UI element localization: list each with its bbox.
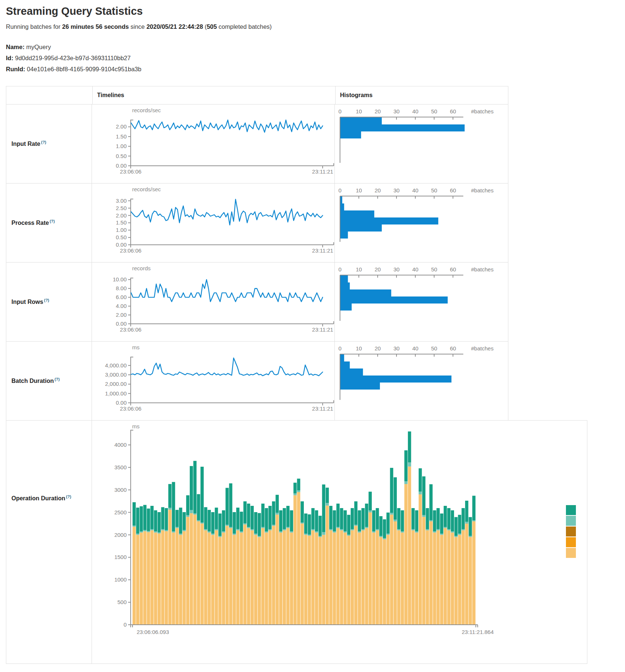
svg-text:10: 10 <box>356 345 362 352</box>
svg-text:0: 0 <box>339 345 341 352</box>
input-rate-help-icon[interactable]: (?) <box>41 140 46 144</box>
svg-text:60: 60 <box>450 345 456 352</box>
svg-text:10: 10 <box>356 187 362 193</box>
input-rows-help-icon[interactable]: (?) <box>44 298 49 302</box>
svg-text:60: 60 <box>450 187 456 193</box>
process-rate-help-icon[interactable]: (?) <box>49 219 55 223</box>
svg-text:30: 30 <box>394 187 400 193</box>
summary-prefix: Running batches for <box>6 23 62 30</box>
svg-text:#batches: #batches <box>471 187 494 193</box>
svg-text:40: 40 <box>412 266 419 272</box>
svg-text:0: 0 <box>339 108 341 114</box>
process-rate-label: Process Rate(?) <box>11 219 55 226</box>
svg-text:23:11:21: 23:11:21 <box>312 405 333 412</box>
operation-duration-label-text: Operation Duration <box>11 495 65 501</box>
input-rows-histogram-cell: 0102030405060#batches <box>335 263 508 341</box>
query-meta: Name: myQuery Id: 9d0dd219-995d-423e-b97… <box>6 41 619 75</box>
svg-text:20: 20 <box>375 266 381 272</box>
svg-text:1.50: 1.50 <box>116 133 127 140</box>
table-row-input-rate: Input Rate(?) records/sec2.001.501.000.5… <box>6 104 508 184</box>
svg-text:20: 20 <box>375 108 381 114</box>
svg-text:40: 40 <box>412 108 419 114</box>
svg-text:0.00: 0.00 <box>116 241 127 248</box>
svg-text:23:06:06: 23:06:06 <box>120 405 141 412</box>
svg-text:23:06:06: 23:06:06 <box>120 326 141 333</box>
svg-text:23:11:21: 23:11:21 <box>312 168 333 175</box>
svg-text:0: 0 <box>124 621 127 628</box>
batch-duration-label: Batch Duration(?) <box>11 377 60 384</box>
svg-text:1.50: 1.50 <box>116 219 127 226</box>
operation-duration-stacked-chart: ms4000350030002500200015001000500023:06:… <box>92 421 587 664</box>
svg-text:30: 30 <box>394 108 400 114</box>
header-metric-cell <box>6 86 93 104</box>
table-row-input-rows: Input Rows(?) records10.008.006.004.002.… <box>6 262 508 342</box>
query-runid-line: RunId: 04e101e6-8bf8-4165-9099-9104c951b… <box>6 64 619 75</box>
query-name-line: Name: myQuery <box>6 41 619 52</box>
svg-text:records/sec: records/sec <box>132 107 161 113</box>
statistics-table: Timelines Histograms Input Rate(?) recor… <box>6 86 619 664</box>
svg-text:3000: 3000 <box>114 487 127 493</box>
svg-text:0.00: 0.00 <box>116 400 127 406</box>
svg-text:2.00: 2.00 <box>116 123 127 130</box>
svg-text:8.00: 8.00 <box>116 285 127 291</box>
svg-text:10: 10 <box>356 108 362 114</box>
svg-text:1500: 1500 <box>114 554 127 560</box>
svg-text:records/sec: records/sec <box>132 186 161 192</box>
query-runid-value: 04e101e6-8bf8-4165-9099-9104c951ba3b <box>27 66 141 72</box>
process-rate-label-text: Process Rate <box>11 220 49 226</box>
row-label-cell: Input Rows(?) <box>6 263 92 341</box>
batch-duration-timeline-cell: ms4,000.003,000.002,000.001,000.000.0023… <box>92 342 335 420</box>
summary-open: ( <box>203 23 207 30</box>
row-label-cell: Input Rate(?) <box>6 104 92 183</box>
svg-text:records: records <box>132 265 151 271</box>
svg-text:50: 50 <box>431 266 437 272</box>
svg-text:2.00: 2.00 <box>116 212 127 219</box>
page-title: Streaming Query Statistics <box>6 5 619 17</box>
process-rate-timeline-cell: records/sec3.002.502.001.501.000.500.002… <box>92 184 335 262</box>
svg-text:#batches: #batches <box>471 108 494 114</box>
input-rows-timeline-chart: records10.008.006.004.002.000.0023:06:06… <box>92 263 335 342</box>
svg-text:4000: 4000 <box>114 442 127 448</box>
svg-text:3,000.00: 3,000.00 <box>105 371 127 378</box>
svg-text:30: 30 <box>394 266 400 272</box>
timelines-column-header: Timelines <box>97 92 124 99</box>
batch-duration-timeline-chart: ms4,000.003,000.002,000.001,000.000.0023… <box>92 342 335 421</box>
svg-text:23:11:21.864: 23:11:21.864 <box>462 629 494 635</box>
svg-text:4.00: 4.00 <box>116 303 127 309</box>
svg-text:2500: 2500 <box>114 509 127 515</box>
svg-text:ms: ms <box>132 423 140 429</box>
input-rate-timeline-chart: records/sec2.001.501.000.500.0023:06:062… <box>92 104 335 184</box>
svg-text:23:06:06.093: 23:06:06.093 <box>137 629 169 635</box>
query-id-line: Id: 9d0dd219-995d-423e-b97d-36931110bb27 <box>6 52 619 64</box>
svg-text:1000: 1000 <box>114 576 127 583</box>
svg-text:23:11:21: 23:11:21 <box>312 247 333 254</box>
svg-text:1,000.00: 1,000.00 <box>105 390 127 397</box>
svg-text:23:11:21: 23:11:21 <box>312 326 333 333</box>
summary-suffix: completed batches) <box>217 23 272 30</box>
svg-text:20: 20 <box>375 187 381 193</box>
svg-text:23:06:06: 23:06:06 <box>120 168 141 175</box>
input-rate-timeline-cell: records/sec2.001.501.000.500.0023:06:062… <box>92 104 335 183</box>
input-rows-label-text: Input Rows <box>11 299 43 305</box>
input-rate-label: Input Rate(?) <box>11 140 46 147</box>
table-row-operation-duration: Operation Duration(?) ms4000350030002500… <box>6 420 587 664</box>
svg-text:50: 50 <box>431 187 437 193</box>
svg-text:20: 20 <box>375 345 381 352</box>
input-rate-histogram-chart: 0102030405060#batches <box>335 104 508 184</box>
svg-text:ms: ms <box>132 344 140 350</box>
input-rows-label: Input Rows(?) <box>11 298 49 305</box>
query-runid-label: RunId: <box>6 66 25 72</box>
svg-text:0.00: 0.00 <box>116 320 127 327</box>
batch-duration-histogram-cell: 0102030405060#batches <box>335 342 508 420</box>
svg-text:23:06:06: 23:06:06 <box>120 247 141 254</box>
svg-text:10.00: 10.00 <box>113 276 127 282</box>
histograms-column-header: Histograms <box>340 92 372 99</box>
input-rate-label-text: Input Rate <box>11 141 40 147</box>
summary-duration: 26 minutes 56 seconds <box>62 23 129 30</box>
svg-text:40: 40 <box>412 345 419 352</box>
svg-text:2.00: 2.00 <box>116 312 127 318</box>
batch-duration-label-text: Batch Duration <box>11 378 54 384</box>
operation-duration-help-icon[interactable]: (?) <box>66 494 71 499</box>
svg-text:6.00: 6.00 <box>116 294 127 300</box>
batch-duration-help-icon[interactable]: (?) <box>55 377 60 381</box>
